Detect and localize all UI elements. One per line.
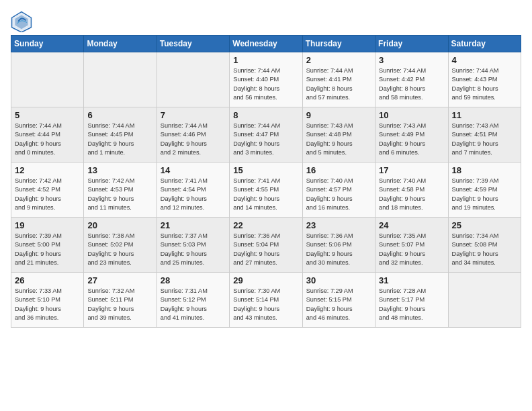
calendar-cell: 21Sunrise: 7:37 AM Sunset: 5:03 PM Dayli… [157,218,229,273]
day-number: 13 [87,165,152,175]
calendar-cell: 27Sunrise: 7:32 AM Sunset: 5:11 PM Dayli… [84,273,157,328]
calendar-cell: 30Sunrise: 7:29 AM Sunset: 5:15 PM Dayli… [302,273,375,328]
weekday-header-row: SundayMondayTuesdayWednesdayThursdayFrid… [11,36,521,52]
day-info: Sunrise: 7:44 AM Sunset: 4:42 PM Dayligh… [379,66,444,102]
calendar-page: SundayMondayTuesdayWednesdayThursdayFrid… [0,0,532,338]
calendar-cell: 20Sunrise: 7:38 AM Sunset: 5:02 PM Dayli… [84,218,157,273]
calendar-cell [84,52,157,107]
day-number: 29 [233,275,298,285]
calendar-cell: 26Sunrise: 7:33 AM Sunset: 5:10 PM Dayli… [11,273,84,328]
day-info: Sunrise: 7:40 AM Sunset: 4:57 PM Dayligh… [306,177,371,212]
calendar-cell [448,273,521,328]
day-number: 25 [452,220,517,230]
day-number: 2 [306,55,371,65]
calendar-cell: 9Sunrise: 7:43 AM Sunset: 4:48 PM Daylig… [302,107,375,163]
weekday-header-thursday: Thursday [302,36,375,52]
day-number: 9 [306,110,371,120]
calendar-cell [157,52,229,107]
day-info: Sunrise: 7:44 AM Sunset: 4:40 PM Dayligh… [233,66,298,102]
day-number: 16 [306,165,371,175]
calendar-cell: 29Sunrise: 7:30 AM Sunset: 5:14 PM Dayli… [230,273,302,328]
calendar-week-row: 12Sunrise: 7:42 AM Sunset: 4:52 PM Dayli… [11,163,521,218]
day-info: Sunrise: 7:44 AM Sunset: 4:44 PM Dayligh… [15,122,80,157]
day-info: Sunrise: 7:43 AM Sunset: 4:51 PM Dayligh… [452,122,517,157]
calendar-cell: 28Sunrise: 7:31 AM Sunset: 5:12 PM Dayli… [157,273,229,328]
day-number: 23 [306,220,371,230]
day-info: Sunrise: 7:44 AM Sunset: 4:45 PM Dayligh… [87,122,152,157]
day-number: 8 [233,110,298,120]
day-number: 21 [161,220,226,230]
calendar-cell: 17Sunrise: 7:40 AM Sunset: 4:58 PM Dayli… [375,163,448,218]
day-info: Sunrise: 7:32 AM Sunset: 5:11 PM Dayligh… [87,287,152,322]
day-number: 19 [15,220,80,230]
calendar-cell: 15Sunrise: 7:41 AM Sunset: 4:55 PM Dayli… [230,163,302,218]
day-info: Sunrise: 7:41 AM Sunset: 4:54 PM Dayligh… [161,177,226,212]
calendar-cell: 4Sunrise: 7:44 AM Sunset: 4:43 PM Daylig… [448,52,521,107]
calendar-cell: 13Sunrise: 7:42 AM Sunset: 4:53 PM Dayli… [84,163,157,218]
calendar-cell: 18Sunrise: 7:39 AM Sunset: 4:59 PM Dayli… [448,163,521,218]
calendar-week-row: 19Sunrise: 7:39 AM Sunset: 5:00 PM Dayli… [11,218,521,273]
calendar-week-row: 5Sunrise: 7:44 AM Sunset: 4:44 PM Daylig… [11,107,521,163]
day-number: 18 [452,165,517,175]
day-info: Sunrise: 7:43 AM Sunset: 4:49 PM Dayligh… [379,122,444,157]
calendar-cell: 10Sunrise: 7:43 AM Sunset: 4:49 PM Dayli… [375,107,448,163]
day-info: Sunrise: 7:30 AM Sunset: 5:14 PM Dayligh… [233,287,298,322]
logo-icon [11,11,32,32]
calendar-cell: 3Sunrise: 7:44 AM Sunset: 4:42 PM Daylig… [375,52,448,107]
calendar-cell: 22Sunrise: 7:36 AM Sunset: 5:04 PM Dayli… [230,218,302,273]
header [11,7,521,32]
calendar-cell: 2Sunrise: 7:44 AM Sunset: 4:41 PM Daylig… [302,52,375,107]
day-info: Sunrise: 7:28 AM Sunset: 5:17 PM Dayligh… [379,287,444,322]
day-info: Sunrise: 7:39 AM Sunset: 5:00 PM Dayligh… [15,232,80,267]
weekday-header-wednesday: Wednesday [230,36,302,52]
day-number: 6 [87,110,152,120]
calendar-cell: 19Sunrise: 7:39 AM Sunset: 5:00 PM Dayli… [11,218,84,273]
calendar-cell: 24Sunrise: 7:35 AM Sunset: 5:07 PM Dayli… [375,218,448,273]
day-number: 28 [161,275,226,285]
calendar-week-row: 1Sunrise: 7:44 AM Sunset: 4:40 PM Daylig… [11,52,521,107]
day-info: Sunrise: 7:34 AM Sunset: 5:08 PM Dayligh… [452,232,517,267]
calendar-cell: 5Sunrise: 7:44 AM Sunset: 4:44 PM Daylig… [11,107,84,163]
day-number: 3 [379,55,444,65]
day-number: 17 [379,165,444,175]
calendar-cell: 8Sunrise: 7:44 AM Sunset: 4:47 PM Daylig… [230,107,302,163]
calendar-cell: 11Sunrise: 7:43 AM Sunset: 4:51 PM Dayli… [448,107,521,163]
calendar-cell: 25Sunrise: 7:34 AM Sunset: 5:08 PM Dayli… [448,218,521,273]
calendar-cell [11,52,84,107]
weekday-header-saturday: Saturday [448,36,521,52]
day-number: 11 [452,110,517,120]
calendar-cell: 7Sunrise: 7:44 AM Sunset: 4:46 PM Daylig… [157,107,229,163]
day-info: Sunrise: 7:41 AM Sunset: 4:55 PM Dayligh… [233,177,298,212]
day-info: Sunrise: 7:42 AM Sunset: 4:52 PM Dayligh… [15,177,80,212]
day-number: 7 [161,110,226,120]
day-info: Sunrise: 7:44 AM Sunset: 4:47 PM Dayligh… [233,122,298,157]
calendar-cell: 16Sunrise: 7:40 AM Sunset: 4:57 PM Dayli… [302,163,375,218]
day-number: 12 [15,165,80,175]
day-number: 30 [306,275,371,285]
weekday-header-tuesday: Tuesday [157,36,229,52]
day-number: 26 [15,275,80,285]
day-info: Sunrise: 7:38 AM Sunset: 5:02 PM Dayligh… [87,232,152,267]
day-number: 1 [233,55,298,65]
calendar-cell: 6Sunrise: 7:44 AM Sunset: 4:45 PM Daylig… [84,107,157,163]
day-info: Sunrise: 7:31 AM Sunset: 5:12 PM Dayligh… [161,287,226,322]
day-info: Sunrise: 7:29 AM Sunset: 5:15 PM Dayligh… [306,287,371,322]
day-info: Sunrise: 7:35 AM Sunset: 5:07 PM Dayligh… [379,232,444,267]
day-info: Sunrise: 7:37 AM Sunset: 5:03 PM Dayligh… [161,232,226,267]
calendar-cell: 14Sunrise: 7:41 AM Sunset: 4:54 PM Dayli… [157,163,229,218]
day-info: Sunrise: 7:39 AM Sunset: 4:59 PM Dayligh… [452,177,517,212]
weekday-header-monday: Monday [84,36,157,52]
day-info: Sunrise: 7:43 AM Sunset: 4:48 PM Dayligh… [306,122,371,157]
calendar-cell: 1Sunrise: 7:44 AM Sunset: 4:40 PM Daylig… [230,52,302,107]
calendar-cell: 31Sunrise: 7:28 AM Sunset: 5:17 PM Dayli… [375,273,448,328]
day-number: 14 [161,165,226,175]
weekday-header-sunday: Sunday [11,36,84,52]
day-number: 27 [87,275,152,285]
calendar-week-row: 26Sunrise: 7:33 AM Sunset: 5:10 PM Dayli… [11,273,521,328]
day-number: 10 [379,110,444,120]
calendar-cell: 12Sunrise: 7:42 AM Sunset: 4:52 PM Dayli… [11,163,84,218]
day-info: Sunrise: 7:40 AM Sunset: 4:58 PM Dayligh… [379,177,444,212]
day-number: 24 [379,220,444,230]
day-number: 31 [379,275,444,285]
day-info: Sunrise: 7:42 AM Sunset: 4:53 PM Dayligh… [87,177,152,212]
